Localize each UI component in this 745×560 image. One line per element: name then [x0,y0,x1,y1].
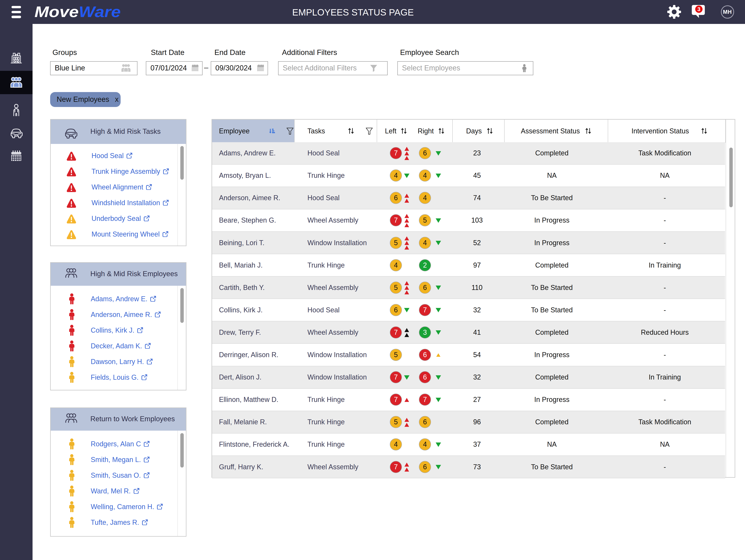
svg-text:3: 3 [697,6,701,12]
